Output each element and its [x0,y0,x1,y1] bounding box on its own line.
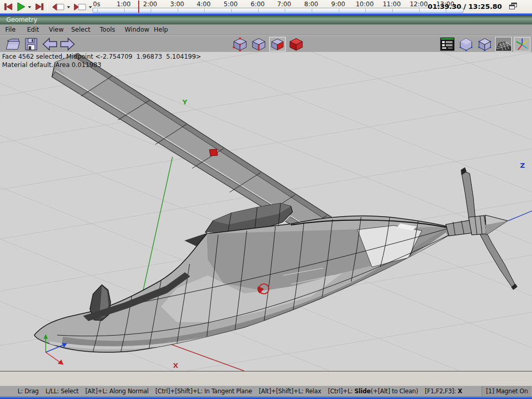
hint-slide: [Ctrl]+L: Slide(+[Alt] to Clean) [328,386,418,396]
timeline-tick [178,9,178,13]
arrow-right-icon [61,38,74,50]
vertex-mode-icon [233,37,246,51]
redo-button[interactable] [59,37,76,51]
timeline-playhead[interactable] [138,1,139,13]
timeline-label: 6:00 [251,1,265,8]
geometry-window-titlebar[interactable]: Geometry [0,16,532,24]
face-mode-button[interactable] [269,37,286,51]
body-mode-icon [290,38,302,50]
menu-view[interactable]: View [49,24,63,35]
prev-section-icon [52,4,64,10]
menu-edit[interactable]: Edit [27,24,39,35]
hint-select: L/LL: Select [45,386,78,396]
timeline-tick [204,9,205,13]
hint-normal: [Alt]+L: Along Normal [85,386,149,396]
axes-icon [516,38,528,50]
skip-end-icon [36,4,43,10]
time-current: 01:39.30 [428,3,461,10]
smooth-preview-button[interactable] [458,37,474,51]
model-fuselage[interactable] [34,216,449,353]
menu-select[interactable]: Select [71,24,90,35]
wire-cube-icon [478,38,491,51]
timeline-tick [151,9,151,13]
wireframe-toggle-button[interactable] [476,37,493,51]
window-title: Geometry [6,16,37,23]
ground-plane-toggle-button[interactable] [495,37,512,51]
skip-start-icon [5,4,12,10]
next-section-icon [74,4,86,10]
timeline-label: 9:00 [331,1,345,8]
timeline-label: 5:00 [224,1,238,8]
model-propeller-assembly[interactable] [446,167,517,290]
hint-fkeys: [F1,F2,F3]: X [425,386,462,396]
mouse-hints: L: Drag L/LL: Select [Alt]+L: Along Norm… [18,386,462,396]
play-dropdown-caret[interactable] [28,6,32,9]
floppy-disk-icon [25,38,37,50]
next-section-button[interactable] [73,2,87,12]
skip-to-end-button[interactable] [34,2,45,12]
timeline-label: 4:00 [197,1,211,8]
status-bar: L: Drag L/LL: Select [Alt]+L: Along Norm… [0,385,532,396]
timeline-label: 0s [93,1,100,8]
arrow-left-icon [43,38,57,50]
dialog-window-icon [441,38,454,50]
selection-info-line1: Face 4562 selected. Midpoint <-2.754709 … [2,53,201,60]
hint-drag: L: Drag [18,386,38,396]
main-toolbar [0,35,532,52]
selected-face-highlight [209,149,218,156]
geometry-windows-button[interactable] [439,37,456,51]
menu-tools[interactable]: Tools [100,24,115,35]
undo-button[interactable] [42,37,58,51]
y-axis-label: Y [182,98,188,106]
folder-icon [6,39,20,49]
application-window: 0s 1:00 2:00 3:00 4:00 5:00 6:00 7:00 8:… [0,0,532,399]
previous-section-button[interactable] [51,2,65,12]
vertex-mode-button[interactable] [232,37,248,51]
hint-relax: [Alt]+[Shift]+L: Relax [259,386,321,396]
timeline-label: 7:00 [277,1,291,8]
body-mode-button[interactable] [288,37,304,51]
face-mode-icon [272,39,283,50]
timeline-tick [365,9,366,13]
menu-bar: File Edit View Select Tools Window Help [0,24,532,35]
timeline-tick [258,9,259,13]
selection-info-line2: Material default. Area 0.011983 [2,61,101,69]
timeline-tick [339,9,339,13]
magnet-status[interactable]: [1] Magnet On [482,386,531,396]
x-axis-label: X [173,362,178,369]
save-button[interactable] [23,37,39,51]
menu-help[interactable]: Help [154,24,168,35]
scene-canvas: X Y Z [0,52,532,371]
time-display: 01:39.30 / 13:25.80 [428,3,502,10]
play-button[interactable] [16,2,26,12]
timeline-track[interactable] [92,8,463,13]
player-separator [47,2,48,12]
timeline-tick [124,9,125,13]
timeline-tick [231,9,232,13]
next-section-dropdown-caret[interactable] [88,6,92,9]
timeline-tick [392,9,393,13]
timeline-tick [285,9,285,13]
z-axis-line [508,211,532,221]
hint-tangent: [Ctrl]+[Shift]+L: In Tangent Plane [155,386,252,396]
timeline-label: 3:00 [170,1,184,8]
timeline-label: 2:00 [143,1,157,8]
edge-mode-button[interactable] [250,37,267,51]
restore-window-button[interactable] [509,3,517,10]
skip-to-start-button[interactable] [3,2,14,12]
timeline-tick [312,9,312,13]
menu-file[interactable]: File [5,24,16,35]
ground-plane-icon [496,37,511,51]
timeline-label: 8:00 [304,1,318,8]
timeline-label: 1:00 [117,1,131,8]
menu-window[interactable]: Window [125,24,149,35]
bottom-gap-strip [0,371,532,385]
prev-section-dropdown-caret[interactable] [66,6,71,9]
timeline-label: 10:00 [356,1,374,8]
open-file-button[interactable] [5,37,22,51]
timeline-label: 12:00 [410,1,428,8]
window-bottom-border [0,396,532,399]
geometry-viewport[interactable]: X Y Z Face 4562 selected. Midpoint <-2.7… [0,52,532,371]
player-toolbar: 0s 1:00 2:00 3:00 4:00 5:00 6:00 7:00 8:… [0,0,532,14]
axes-toggle-button[interactable] [514,37,530,51]
